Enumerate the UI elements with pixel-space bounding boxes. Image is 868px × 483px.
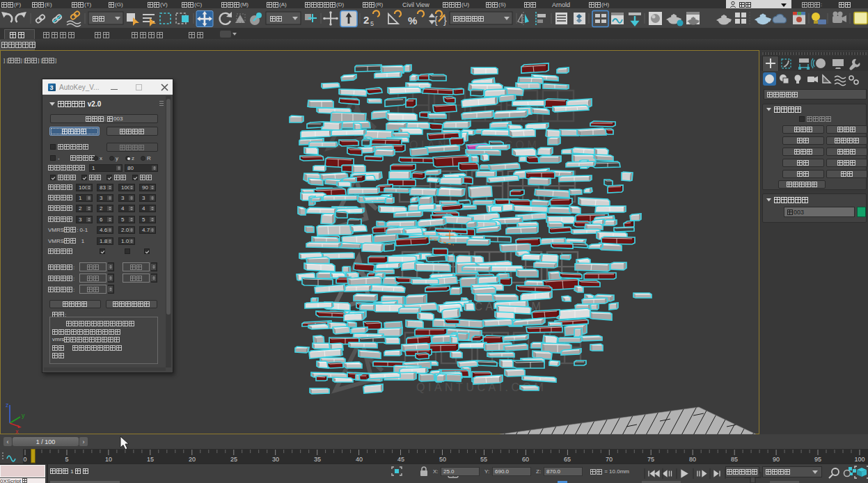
svg-text:x: x <box>15 428 19 434</box>
svg-text:50: 50 <box>439 456 446 463</box>
svg-text:2: 2 <box>363 14 369 26</box>
svg-text:95: 95 <box>814 456 821 463</box>
svg-text:70: 70 <box>606 456 613 463</box>
svg-text:%: % <box>408 15 417 26</box>
svg-text:10: 10 <box>105 456 112 463</box>
svg-text:0: 0 <box>23 456 26 463</box>
svg-text:5: 5 <box>370 20 374 27</box>
svg-text:90: 90 <box>773 456 780 463</box>
svg-text:25: 25 <box>230 456 237 463</box>
svg-text:5: 5 <box>65 456 68 463</box>
svg-text:85: 85 <box>731 456 738 463</box>
svg-text:80: 80 <box>689 456 696 463</box>
svg-text:y: y <box>22 412 25 419</box>
svg-text:65: 65 <box>564 456 571 463</box>
svg-text:30: 30 <box>272 456 279 463</box>
svg-text:75: 75 <box>647 456 654 463</box>
svg-text:{: { <box>434 15 438 26</box>
svg-text:z: z <box>6 402 9 409</box>
svg-text:55: 55 <box>480 456 487 463</box>
svg-text:15: 15 <box>147 456 154 463</box>
svg-text:45: 45 <box>397 456 404 463</box>
svg-text:40: 40 <box>356 456 363 463</box>
svg-text:20: 20 <box>189 456 196 463</box>
svg-text:35: 35 <box>314 456 321 463</box>
svg-text:100: 100 <box>854 456 865 463</box>
svg-text:60: 60 <box>522 456 529 463</box>
